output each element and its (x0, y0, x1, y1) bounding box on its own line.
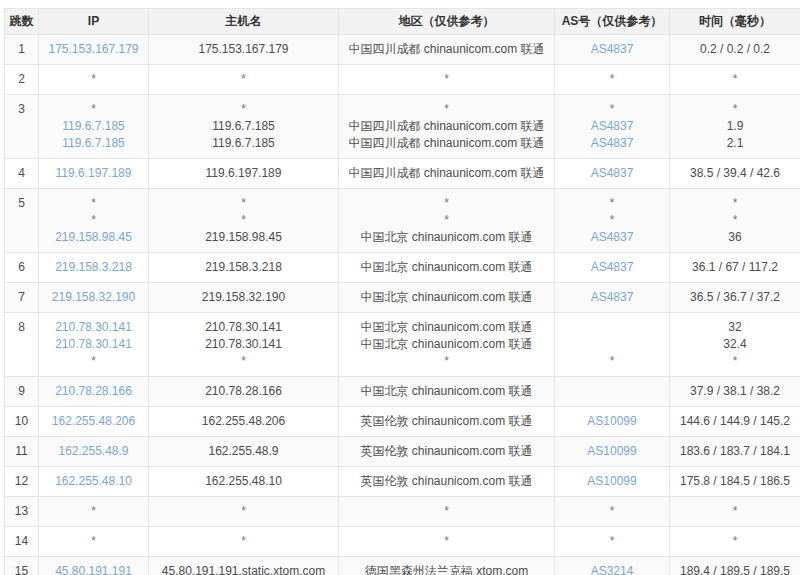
asn-cell: * (555, 313, 670, 377)
header-time: 时间（毫秒） (670, 9, 800, 35)
hop-cell-value: 9 (18, 384, 25, 398)
timeout-asterisk: * (241, 534, 246, 548)
time-cell: 3232.4* (670, 313, 800, 377)
timeout-asterisk: * (444, 102, 449, 116)
asn-cell: AS10099 (555, 437, 670, 467)
timeout-asterisk: * (733, 72, 738, 86)
asn-link[interactable]: AS10099 (587, 474, 636, 488)
asn-link[interactable]: AS4837 (591, 230, 634, 244)
ip-link[interactable]: 219.158.32.190 (52, 290, 135, 304)
time-cell: 0.2 / 0.2 / 0.2 (670, 35, 800, 65)
ip-link[interactable]: 210.78.28.166 (55, 384, 132, 398)
timeout-asterisk: * (91, 534, 96, 548)
region-cell: 中国北京 chinaunicom.com 联通 (339, 253, 555, 283)
ip-link[interactable]: 210.78.30.141 (55, 320, 132, 334)
time-cell-value: 38.5 / 39.4 / 42.6 (690, 166, 780, 180)
table-row: 10162.255.48.206162.255.48.206英国伦敦 china… (5, 407, 800, 437)
hop-cell: 12 (5, 467, 39, 497)
time-cell: 36.5 / 36.7 / 37.2 (670, 283, 800, 313)
region-cell-value: 英国伦敦 chinaunicom.com 联通 (360, 414, 532, 428)
asn-link[interactable]: AS10099 (587, 414, 636, 428)
time-cell-value: 2.1 (727, 136, 744, 150)
ip-cell: 119.6.197.189 (39, 159, 149, 189)
time-cell-value: 36.5 / 36.7 / 37.2 (690, 290, 780, 304)
timeout-asterisk: * (91, 196, 96, 210)
table-row: 6219.158.3.218219.158.3.218中国北京 chinauni… (5, 253, 800, 283)
ip-link[interactable]: 45.80.191.191 (55, 564, 132, 575)
header-region: 地区（仅供参考） (339, 9, 555, 35)
hostname-cell-value: 219.158.3.218 (205, 260, 282, 274)
ip-link[interactable]: 162.255.48.10 (55, 474, 132, 488)
ip-link[interactable]: 119.6.7.185 (62, 136, 125, 150)
table-row: 14***** (5, 527, 800, 557)
ip-link[interactable]: 219.158.98.45 (55, 230, 132, 244)
ip-cell: 45.80.191.191 (39, 557, 149, 575)
ip-link[interactable]: 119.6.197.189 (56, 166, 132, 180)
timeout-asterisk: * (610, 354, 615, 368)
table-row: 4119.6.197.189119.6.197.189中国四川成都 chinau… (5, 159, 800, 189)
region-cell-value: 中国北京 chinaunicom.com 联通 (360, 290, 532, 304)
asn-link[interactable]: AS4837 (591, 136, 634, 150)
asn-link[interactable]: AS4837 (591, 42, 634, 56)
region-cell: 英国伦敦 chinaunicom.com 联通 (339, 467, 555, 497)
hop-cell-value: 11 (15, 444, 27, 458)
timeout-asterisk: * (610, 213, 615, 227)
ip-link[interactable]: 175.153.167.179 (48, 42, 138, 56)
asn-link[interactable]: AS3214 (591, 564, 634, 575)
asn-cell: *AS4837AS4837 (555, 95, 670, 159)
asn-cell: * (555, 65, 670, 95)
table-row: 1545.80.191.19145.80.191.191.static.xtom… (5, 557, 800, 575)
hop-cell: 3 (5, 95, 39, 159)
hostname-cell-value: 210.78.30.141 (205, 320, 282, 334)
hostname-cell: * (149, 527, 339, 557)
table-row: 3*119.6.7.185119.6.7.185*119.6.7.185119.… (5, 95, 800, 159)
header-ip: IP (39, 9, 149, 35)
timeout-asterisk: * (241, 504, 246, 518)
region-cell: 中国四川成都 chinaunicom.com 联通 (339, 35, 555, 65)
timeout-asterisk: * (241, 72, 246, 86)
time-cell-value: 0.2 / 0.2 / 0.2 (700, 42, 770, 56)
ip-link[interactable]: 219.158.3.218 (55, 260, 132, 274)
ip-cell: * (39, 497, 149, 527)
hop-cell-value: 8 (18, 320, 25, 334)
ip-link[interactable]: 162.255.48.206 (52, 414, 135, 428)
timeout-asterisk: * (733, 534, 738, 548)
asn-link[interactable]: AS4837 (591, 166, 634, 180)
ip-link[interactable]: 210.78.30.141 (55, 337, 132, 351)
asn-link[interactable]: AS4837 (591, 290, 634, 304)
time-cell: 38.5 / 39.4 / 42.6 (670, 159, 800, 189)
asn-link[interactable]: AS10099 (587, 444, 636, 458)
hop-cell: 7 (5, 283, 39, 313)
hop-cell-value: 13 (15, 504, 28, 518)
region-cell: 中国北京 chinaunicom.com 联通 (339, 283, 555, 313)
asn-link[interactable]: AS4837 (591, 260, 634, 274)
timeout-asterisk: * (610, 102, 615, 116)
asn-link[interactable]: AS4837 (591, 119, 634, 133)
ip-cell: 219.158.3.218 (39, 253, 149, 283)
empty-value (610, 384, 613, 398)
header-row: 跳数 IP 主机名 地区（仅供参考） AS号（仅供参考） 时间（毫秒） (5, 9, 800, 35)
hop-cell-value: 12 (15, 474, 28, 488)
header-asn: AS号（仅供参考） (555, 9, 670, 35)
timeout-asterisk: * (733, 196, 738, 210)
region-cell-value: 英国伦敦 chinaunicom.com 联通 (360, 444, 532, 458)
region-cell-value: 英国伦敦 chinaunicom.com 联通 (360, 474, 532, 488)
table-row: 9210.78.28.166210.78.28.166中国北京 chinauni… (5, 377, 800, 407)
hop-cell: 4 (5, 159, 39, 189)
time-cell: * (670, 65, 800, 95)
hop-cell: 6 (5, 253, 39, 283)
region-cell: 中国北京 chinaunicom.com 联通中国北京 chinaunicom.… (339, 313, 555, 377)
ip-cell: 210.78.30.141210.78.30.141* (39, 313, 149, 377)
hop-cell: 9 (5, 377, 39, 407)
time-cell: 175.8 / 184.5 / 186.5 (670, 467, 800, 497)
region-cell-value: 德国黑森州法兰克福 xtom.com (365, 564, 528, 575)
timeout-asterisk: * (91, 102, 96, 116)
hostname-cell-value: 45.80.191.191.static.xtom.com (162, 564, 325, 575)
time-cell: 36.1 / 67 / 117.2 (670, 253, 800, 283)
hostname-cell: 219.158.32.190 (149, 283, 339, 313)
region-cell-value: 中国北京 chinaunicom.com 联通 (360, 384, 532, 398)
hostname-cell-value: 210.78.28.166 (205, 384, 282, 398)
ip-link[interactable]: 119.6.7.185 (62, 119, 125, 133)
asn-cell: * (555, 497, 670, 527)
ip-link[interactable]: 162.255.48.9 (58, 444, 128, 458)
